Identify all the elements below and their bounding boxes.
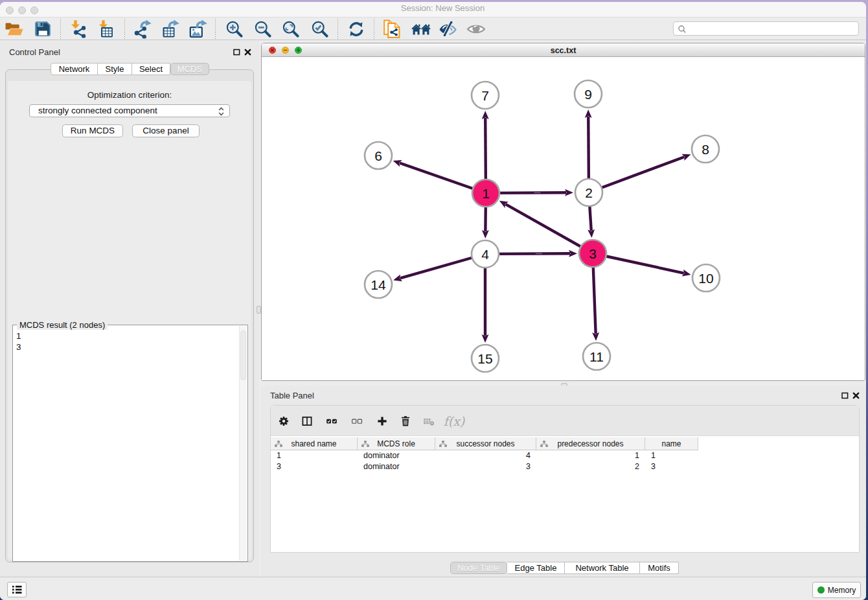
table-cell[interactable]: 3 bbox=[435, 461, 536, 472]
table-row[interactable]: 1dominator411 bbox=[271, 450, 698, 461]
network-graph[interactable]: 7968124314101511 bbox=[262, 58, 865, 380]
table-cell[interactable]: 3 bbox=[645, 461, 698, 472]
dropdown-arrows-icon bbox=[218, 107, 224, 116]
search-box[interactable] bbox=[673, 21, 859, 36]
control-panel-tabs: NetworkStyleSelectMCDS bbox=[51, 63, 209, 75]
table-cell[interactable]: 1 bbox=[536, 450, 645, 461]
mcds-result-item[interactable]: 1 bbox=[13, 331, 239, 342]
graph-node-label: 2 bbox=[585, 185, 593, 200]
import-table-button[interactable] bbox=[95, 19, 119, 39]
delete-column-button[interactable] bbox=[394, 412, 417, 430]
plus-icon bbox=[376, 415, 388, 427]
graph-node-label: 7 bbox=[481, 88, 489, 103]
graph-node-label: 3 bbox=[589, 246, 597, 261]
tab-mcds[interactable]: MCDS bbox=[170, 63, 209, 75]
import-network-button[interactable] bbox=[67, 19, 90, 39]
tab-network-table[interactable]: Network Table bbox=[565, 562, 640, 574]
zoom-fit-button[interactable] bbox=[279, 19, 303, 39]
column-header-MCDS-role[interactable]: MCDS role bbox=[358, 437, 435, 450]
table-cell[interactable]: 1 bbox=[271, 450, 358, 461]
column-layout-button[interactable] bbox=[296, 412, 318, 430]
deselect-all-button[interactable] bbox=[346, 412, 368, 430]
result-scrollbar-thumb[interactable] bbox=[240, 330, 246, 380]
criterion-dropdown[interactable]: strongly connected component bbox=[29, 104, 230, 117]
zoom-selected-button[interactable] bbox=[308, 19, 332, 39]
table-cell[interactable]: 3 bbox=[271, 461, 358, 472]
column-header-label: MCDS role bbox=[377, 439, 415, 448]
import-net-icon bbox=[69, 19, 88, 39]
column-header-successor-nodes[interactable]: successor nodes bbox=[435, 437, 536, 450]
table-cell[interactable]: 1 bbox=[645, 450, 698, 461]
tab-style[interactable]: Style bbox=[98, 63, 132, 75]
close-panel-button[interactable]: Close panel bbox=[132, 124, 200, 137]
network-window-titlebar: scc.txt bbox=[262, 43, 865, 57]
refresh-button[interactable] bbox=[345, 19, 368, 39]
app-window: Session: New Session Control Panel Netwo… bbox=[0, 2, 866, 600]
vertical-splitter-grip[interactable] bbox=[257, 306, 261, 314]
show-all-button[interactable] bbox=[464, 19, 488, 39]
float-panel-icon[interactable] bbox=[233, 49, 240, 56]
save-session-button[interactable] bbox=[31, 19, 54, 39]
search-input[interactable] bbox=[689, 23, 856, 34]
refresh-icon bbox=[347, 19, 366, 39]
export-network-button[interactable] bbox=[130, 19, 154, 39]
search-icon bbox=[678, 25, 687, 34]
table-toolbar: f(x) bbox=[271, 406, 859, 436]
export-img-icon bbox=[188, 19, 207, 39]
window-titlebar: Session: New Session bbox=[0, 2, 866, 17]
mcds-result-group: MCDS result (2 nodes) 13 bbox=[12, 325, 248, 562]
close-panel-icon[interactable] bbox=[244, 49, 251, 56]
tab-network[interactable]: Network bbox=[51, 63, 98, 75]
open-session-button[interactable] bbox=[3, 19, 26, 39]
mcds-result-item[interactable]: 3 bbox=[13, 342, 239, 353]
tree-icon bbox=[274, 440, 283, 448]
memory-button[interactable]: Memory bbox=[812, 582, 861, 598]
eye-gray-icon bbox=[466, 19, 486, 39]
zoom-in-icon bbox=[225, 19, 244, 39]
create-column-button[interactable] bbox=[371, 412, 393, 430]
network-canvas[interactable]: 7968124314101511 bbox=[262, 58, 865, 380]
column-header-name[interactable]: name bbox=[645, 437, 698, 450]
tab-edge-table[interactable]: Edge Table bbox=[507, 562, 565, 574]
column-header-shared-name[interactable]: shared name bbox=[271, 437, 358, 450]
edge-3-1[interactable] bbox=[505, 204, 593, 253]
column-header-predecessor-nodes[interactable]: predecessor nodes bbox=[536, 437, 645, 450]
edge-label-mark bbox=[534, 192, 541, 194]
table-cell[interactable]: 2 bbox=[536, 461, 645, 472]
edge-2-8[interactable] bbox=[589, 157, 684, 192]
table-cell[interactable]: dominator bbox=[358, 461, 435, 472]
task-history-button[interactable] bbox=[7, 582, 27, 597]
tab-node-table[interactable]: Node Table bbox=[450, 562, 507, 574]
graph-node-label: 1 bbox=[482, 186, 490, 201]
hide-selected-button[interactable] bbox=[436, 19, 459, 39]
table-cell[interactable]: dominator bbox=[358, 450, 435, 461]
export-table-button[interactable] bbox=[158, 19, 181, 39]
zoom-in-button[interactable] bbox=[223, 19, 246, 39]
table-cell[interactable]: 4 bbox=[435, 450, 536, 461]
tab-motifs[interactable]: Motifs bbox=[640, 562, 679, 574]
status-bar: Memory bbox=[0, 577, 866, 600]
run-mcds-button[interactable]: Run MCDS bbox=[62, 124, 123, 137]
optimization-criterion-label: Optimization criterion: bbox=[6, 90, 253, 100]
home-button[interactable] bbox=[409, 19, 433, 39]
result-scrollbar[interactable] bbox=[239, 326, 247, 560]
close-window-button[interactable] bbox=[6, 6, 14, 14]
mcds-result-list[interactable]: 13 bbox=[13, 331, 239, 560]
network-from-file-button[interactable] bbox=[381, 19, 404, 39]
zoom-out-button[interactable] bbox=[251, 19, 275, 39]
function-builder-button: f(x) bbox=[443, 412, 465, 430]
table-row[interactable]: 3dominator323 bbox=[271, 461, 698, 472]
tab-select[interactable]: Select bbox=[132, 63, 170, 75]
table-settings-button[interactable] bbox=[273, 412, 295, 430]
float-table-panel-icon[interactable] bbox=[841, 392, 849, 399]
zoom-fit-icon bbox=[281, 19, 301, 39]
close-table-panel-icon[interactable] bbox=[852, 392, 860, 399]
export-image-button[interactable] bbox=[186, 19, 209, 39]
column-header-label: shared name bbox=[291, 439, 336, 448]
control-panel-title: Control Panel bbox=[9, 47, 60, 57]
function-icon: f(x) bbox=[444, 414, 465, 428]
node-table[interactable]: shared nameMCDS rolesuccessor nodesprede… bbox=[271, 436, 859, 552]
tree-icon bbox=[439, 440, 448, 448]
toolbar-separator bbox=[60, 19, 61, 39]
select-all-button[interactable] bbox=[321, 412, 343, 430]
